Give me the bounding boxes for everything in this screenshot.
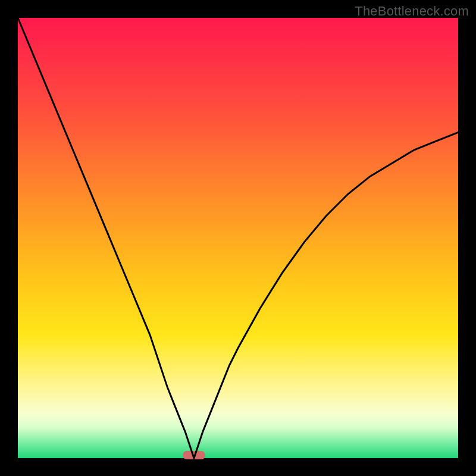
watermark-text: TheBottleneck.com (355, 4, 469, 19)
chart-frame: TheBottleneck.com (0, 0, 476, 476)
plot-background (18, 18, 458, 458)
chart-canvas (0, 0, 476, 476)
